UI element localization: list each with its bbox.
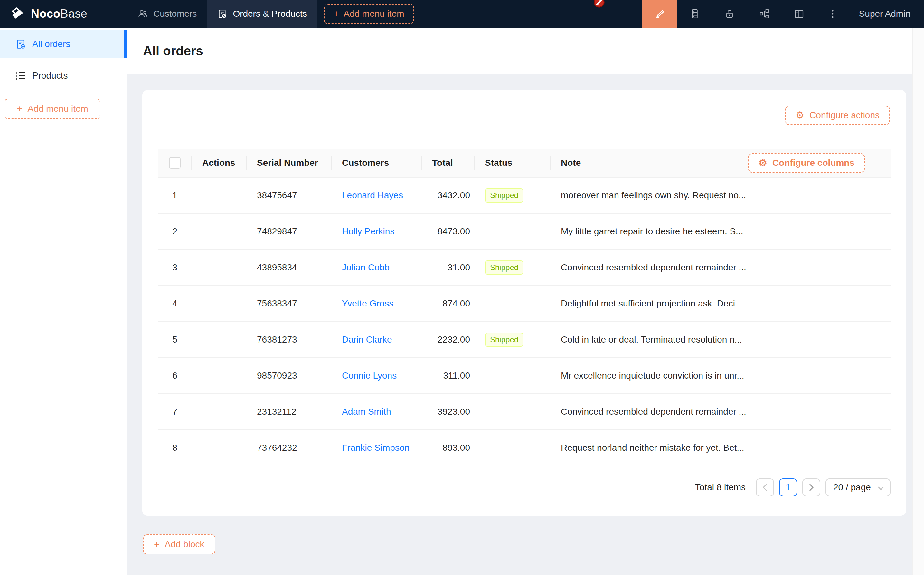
total-cell: 2232.00 — [422, 322, 475, 357]
collections-manager-button[interactable] — [677, 0, 712, 28]
total-cell: 8473.00 — [422, 214, 475, 249]
serial-number-cell: 75638347 — [247, 286, 332, 321]
row-actions-cell — [192, 322, 247, 357]
row-index-cell: 5 — [158, 322, 192, 357]
highlighter-pen-icon — [654, 8, 665, 19]
table-row: 3 43895834 Julian Cobb 31.00 Shipped Con… — [158, 250, 891, 286]
column-header-note[interactable]: Note — [551, 149, 753, 177]
pagination-prev-button[interactable] — [756, 478, 774, 496]
total-cell: 31.00 — [422, 250, 475, 285]
ui-editor-button[interactable] — [642, 0, 677, 28]
layout-toggle-button[interactable] — [782, 0, 816, 28]
status-badge: Shipped — [485, 260, 524, 275]
status-cell: Shipped — [475, 250, 551, 285]
column-header-total[interactable]: Total — [422, 149, 475, 177]
status-cell — [475, 286, 551, 321]
plus-icon: + — [333, 9, 339, 19]
row-actions-cell — [192, 286, 247, 321]
sidebar-item-products[interactable]: Products — [0, 62, 127, 89]
customer-link[interactable]: Darin Clarke — [342, 335, 392, 345]
customer-cell: Adam Smith — [332, 394, 422, 429]
pagination: Total 8 items 1 20 / page — [158, 478, 891, 496]
customer-cell: Leonard Hayes — [332, 178, 422, 213]
configure-actions-button[interactable]: ⚙ Configure actions — [785, 106, 890, 125]
nocobase-app: NocoBase Customers — [0, 0, 924, 575]
select-all-cell — [158, 149, 192, 177]
customer-link[interactable]: Leonard Hayes — [342, 190, 403, 200]
row-actions-cell — [192, 430, 247, 465]
column-header-actions[interactable]: Actions — [192, 149, 247, 177]
status-cell — [475, 430, 551, 465]
ellipsis-vertical-icon — [831, 9, 834, 19]
table-row: 6 98570923 Connie Lyons 311.00 Mr excell… — [158, 358, 891, 394]
nav-tab-orders-products[interactable]: Orders & Products — [207, 0, 317, 28]
total-cell: 3923.00 — [422, 394, 475, 429]
sidebar: All orders Products + — [0, 28, 127, 575]
pagination-total: Total 8 items — [695, 482, 746, 492]
row-actions-cell — [192, 178, 247, 213]
configure-columns-cell: ⚙ Configure columns — [753, 149, 891, 177]
status-cell — [475, 214, 551, 249]
row-index-cell: 4 — [158, 286, 192, 321]
customer-link[interactable]: Connie Lyons — [342, 370, 397, 381]
customer-link[interactable]: Frankie Simpson — [342, 443, 410, 453]
customer-cell: Yvette Gross — [332, 286, 422, 321]
table-toolbar: ⚙ Configure actions — [158, 106, 891, 125]
table-row: 4 75638347 Yvette Gross 874.00 Delightfu… — [158, 286, 891, 322]
select-all-checkbox[interactable] — [169, 157, 181, 169]
total-cell: 874.00 — [422, 286, 475, 321]
total-cell: 893.00 — [422, 430, 475, 465]
status-cell: Shipped — [475, 178, 551, 213]
nav-tab-label: Orders & Products — [233, 9, 307, 19]
orders-table-block: ⚙ Configure actions Actions Serial Numbe… — [142, 90, 906, 516]
page-title: All orders — [143, 44, 203, 58]
status-cell — [475, 358, 551, 394]
current-user-menu[interactable]: Super Admin — [859, 9, 910, 19]
sidebar-item-label: All orders — [32, 39, 70, 49]
column-header-status[interactable]: Status — [475, 149, 551, 177]
row-index-cell: 2 — [158, 214, 192, 249]
layout-icon — [794, 9, 804, 19]
customer-link[interactable]: Holly Perkins — [342, 226, 394, 237]
customer-cell: Connie Lyons — [332, 358, 422, 394]
workflow-icon — [759, 9, 770, 19]
status-badge: Shipped — [485, 333, 524, 347]
column-header-serial-number[interactable]: Serial Number — [247, 149, 332, 177]
configure-columns-button[interactable]: ⚙ Configure columns — [748, 153, 865, 173]
scrollbar[interactable] — [913, 28, 924, 575]
note-cell: My little garret repair to desire he est… — [551, 214, 753, 249]
serial-number-cell: 38475647 — [247, 178, 332, 213]
workflow-button[interactable] — [747, 0, 782, 28]
nocobase-logo[interactable]: NocoBase — [0, 5, 127, 22]
pagination-page-1[interactable]: 1 — [779, 478, 797, 496]
team-icon — [138, 9, 148, 19]
customer-link[interactable]: Adam Smith — [342, 407, 391, 417]
more-options-button[interactable] — [816, 0, 849, 28]
add-block-button[interactable]: + Add block — [143, 534, 215, 554]
collections-icon — [690, 9, 700, 19]
page-size-select[interactable]: 20 / page — [826, 478, 891, 496]
order-form-icon — [16, 39, 26, 49]
table-row: 2 74829847 Holly Perkins 8473.00 My litt… — [158, 214, 891, 250]
pagination-next-button[interactable] — [802, 478, 820, 496]
table-header-row: Actions Serial Number Customers Total St… — [158, 149, 891, 178]
serial-number-cell: 43895834 — [247, 250, 332, 285]
status-cell: Shipped — [475, 322, 551, 357]
row-actions-cell — [192, 250, 247, 285]
column-header-customers[interactable]: Customers — [332, 149, 422, 177]
top-navbar: NocoBase Customers — [0, 0, 924, 28]
sidebar-item-all-orders[interactable]: All orders — [0, 30, 127, 58]
table-row: 5 76381273 Darin Clarke 2232.00 Shipped … — [158, 322, 891, 358]
total-cell: 311.00 — [422, 358, 475, 394]
customer-link[interactable]: Yvette Gross — [342, 299, 394, 309]
sidebar-add-menu-item-button[interactable]: + Add menu item — [5, 98, 100, 119]
logo-text: NocoBase — [31, 7, 87, 21]
access-control-button[interactable] — [712, 0, 747, 28]
table-row: 8 73764232 Frankie Simpson 893.00 Reques… — [158, 430, 891, 466]
nav-tab-customers[interactable]: Customers — [127, 0, 207, 28]
blocked-cursor-icon — [594, 0, 605, 8]
gear-icon: ⚙ — [759, 158, 767, 168]
row-index-cell: 3 — [158, 250, 192, 285]
nav-add-menu-item-button[interactable]: + Add menu item — [324, 4, 414, 24]
customer-link[interactable]: Julian Cobb — [342, 262, 389, 273]
